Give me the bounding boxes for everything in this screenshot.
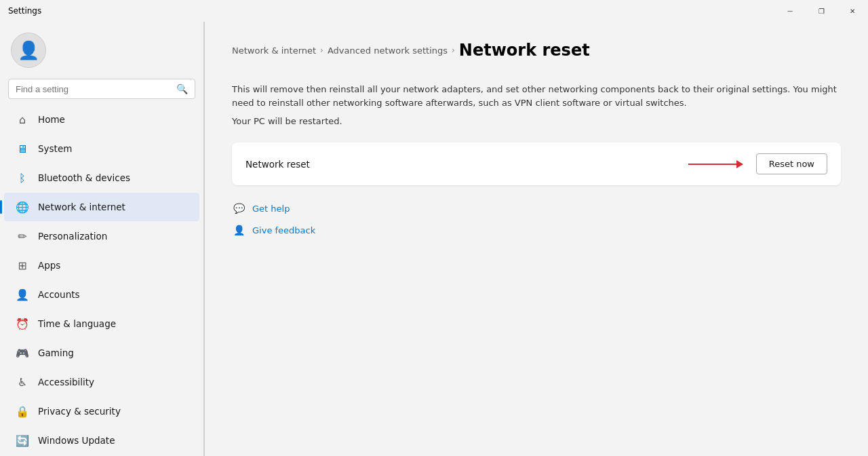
sidebar-item-label-gaming: Gaming xyxy=(38,347,74,358)
give-feedback-icon: 👤 xyxy=(232,223,245,237)
sidebar-item-personalization[interactable]: ✏Personalization xyxy=(4,222,199,250)
get-help-icon: 💬 xyxy=(232,202,245,215)
search-icon: 🔍 xyxy=(176,83,188,94)
sidebar-item-label-privacy: Privacy & security xyxy=(38,406,121,417)
sidebar-item-time[interactable]: ⏰Time & language xyxy=(4,309,199,338)
breadcrumb-sep-2: › xyxy=(452,45,455,55)
search-box: 🔍 xyxy=(8,79,195,99)
sidebar-item-label-home: Home xyxy=(38,114,65,125)
search-input[interactable] xyxy=(16,84,176,94)
sidebar: 👤 🔍 ⌂Home🖥SystemᛒBluetooth & devices🌐Net… xyxy=(0,22,203,456)
network-icon: 🌐 xyxy=(15,200,30,214)
home-icon: ⌂ xyxy=(15,112,30,127)
breadcrumb-sep-1: › xyxy=(320,45,323,55)
app-body: 👤 🔍 ⌂Home🖥SystemᛒBluetooth & devices🌐Net… xyxy=(0,22,868,456)
reset-card-label: Network reset xyxy=(245,159,310,170)
sidebar-item-accounts[interactable]: 👤Accounts xyxy=(4,280,199,309)
sidebar-item-privacy[interactable]: 🔒Privacy & security xyxy=(4,397,199,425)
sidebar-item-label-apps: Apps xyxy=(38,260,60,271)
page-title: Network reset xyxy=(459,41,590,60)
maximize-button[interactable]: ❐ xyxy=(806,0,837,22)
window-controls: ─ ❐ ✕ xyxy=(774,0,868,22)
privacy-icon: 🔒 xyxy=(15,404,30,419)
time-icon: ⏰ xyxy=(15,316,30,331)
personalization-icon: ✏ xyxy=(15,229,30,244)
description-text: This will remove then reinstall all your… xyxy=(232,83,841,109)
gaming-icon: 🎮 xyxy=(15,345,30,360)
close-button[interactable]: ✕ xyxy=(837,0,868,22)
accessibility-icon: ♿ xyxy=(15,375,30,390)
sidebar-item-home[interactable]: ⌂Home xyxy=(4,105,199,134)
reset-card: Network reset Reset now xyxy=(232,142,841,185)
sidebar-item-label-update: Windows Update xyxy=(38,435,115,446)
sidebar-item-gaming[interactable]: 🎮Gaming xyxy=(4,339,199,367)
avatar[interactable]: 👤 xyxy=(11,33,46,68)
sidebar-item-update[interactable]: 🔄Windows Update xyxy=(4,426,199,455)
sidebar-item-apps[interactable]: ⊞Apps xyxy=(4,251,199,280)
sidebar-item-label-accessibility: Accessibility xyxy=(38,377,94,387)
sidebar-item-network[interactable]: 🌐Network & internet xyxy=(4,193,199,221)
reset-card-right: Reset now xyxy=(688,153,827,174)
apps-icon: ⊞ xyxy=(15,258,30,273)
sidebar-item-label-bluetooth: Bluetooth & devices xyxy=(38,172,130,183)
sidebar-item-label-personalization: Personalization xyxy=(38,231,107,242)
sidebar-item-label-system: System xyxy=(38,143,72,154)
give-feedback-link[interactable]: 👤 Give feedback xyxy=(232,223,841,237)
help-links: 💬 Get help 👤 Give feedback xyxy=(232,202,841,237)
breadcrumb: Network & internet › Advanced network se… xyxy=(232,41,590,60)
reset-now-button[interactable]: Reset now xyxy=(756,153,827,174)
minimize-button[interactable]: ─ xyxy=(774,0,806,22)
bluetooth-icon: ᛒ xyxy=(15,170,30,185)
arrow-line xyxy=(688,164,743,165)
accounts-icon: 👤 xyxy=(15,287,30,302)
sidebar-item-label-time: Time & language xyxy=(38,318,116,329)
titlebar: Settings ─ ❐ ✕ xyxy=(0,0,868,22)
sidebar-item-label-network: Network & internet xyxy=(38,202,125,212)
app-title: Settings xyxy=(8,6,41,16)
user-profile: 👤 xyxy=(0,22,203,76)
get-help-label: Get help xyxy=(252,204,290,214)
get-help-link[interactable]: 💬 Get help xyxy=(232,202,841,215)
restart-note: Your PC will be restarted. xyxy=(232,116,841,126)
arrow-annotation xyxy=(688,164,743,165)
sidebar-item-label-accounts: Accounts xyxy=(38,289,80,300)
give-feedback-label: Give feedback xyxy=(252,225,315,235)
system-icon: 🖥 xyxy=(15,141,30,156)
sidebar-item-bluetooth[interactable]: ᛒBluetooth & devices xyxy=(4,164,199,192)
sidebar-item-system[interactable]: 🖥System xyxy=(4,134,199,163)
nav-list: ⌂Home🖥SystemᛒBluetooth & devices🌐Network… xyxy=(0,104,203,455)
breadcrumb-item-1[interactable]: Network & internet xyxy=(232,45,316,56)
main-content: Network & internet › Advanced network se… xyxy=(205,22,868,456)
update-icon: 🔄 xyxy=(15,433,30,448)
breadcrumb-item-2[interactable]: Advanced network settings xyxy=(328,45,448,56)
sidebar-item-accessibility[interactable]: ♿Accessibility xyxy=(4,368,199,396)
page-title-row: Network & internet › Advanced network se… xyxy=(232,41,841,72)
user-icon: 👤 xyxy=(18,40,39,60)
